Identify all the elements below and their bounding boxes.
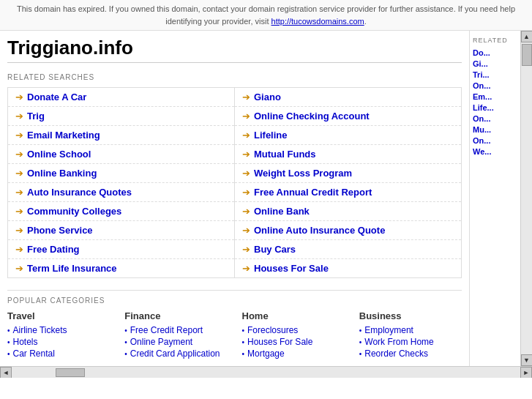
related-link[interactable]: Online Auto Insurance Quote bbox=[254, 225, 385, 236]
content-area: Triggiano.info RELATED SEARCHES ➔Donate … bbox=[0, 31, 469, 366]
tucows-link[interactable]: http://tucowsdomains.com bbox=[271, 17, 364, 26]
category-link-item: •Credit Card Application bbox=[124, 348, 227, 359]
category-link[interactable]: Reorder Checks bbox=[364, 348, 428, 359]
bullet-icon: • bbox=[359, 338, 362, 346]
related-link[interactable]: Online Bank bbox=[254, 206, 310, 217]
sidebar-link[interactable]: On... bbox=[473, 136, 517, 145]
category-link-item: •Car Rental bbox=[7, 348, 110, 359]
link-arrow-icon: ➔ bbox=[15, 244, 23, 255]
category-link[interactable]: Free Credit Report bbox=[130, 325, 203, 335]
related-link[interactable]: Online Banking bbox=[27, 168, 97, 179]
link-arrow-icon: ➔ bbox=[242, 206, 250, 217]
link-arrow-icon: ➔ bbox=[242, 244, 250, 255]
category-link[interactable]: Mortgage bbox=[247, 348, 285, 359]
left-link-item: ➔Community Colleges bbox=[8, 202, 234, 221]
scroll-down-button[interactable]: ▼ bbox=[521, 354, 533, 366]
bullet-icon: • bbox=[359, 327, 362, 335]
category-column: Business•Employment•Work From Home•Reord… bbox=[359, 310, 462, 360]
related-link[interactable]: Weight Loss Program bbox=[254, 168, 352, 179]
left-link-item: ➔Free Dating bbox=[8, 240, 234, 259]
left-link-item: ➔Phone Service bbox=[8, 221, 234, 240]
category-column: Home•Foreclosures•Houses For Sale•Mortga… bbox=[242, 310, 345, 360]
related-link[interactable]: Auto Insurance Quotes bbox=[27, 187, 132, 198]
related-link[interactable]: Giano bbox=[254, 92, 281, 102]
sidebar-link[interactable]: Tri... bbox=[473, 70, 517, 79]
sidebar-links: Do...Gi...Tri...On...Em...Life...On...Mu… bbox=[473, 48, 517, 156]
right-link-item: ➔Houses For Sale bbox=[235, 259, 461, 277]
category-link-item: •Free Credit Report bbox=[124, 325, 227, 335]
sidebar-link[interactable]: Gi... bbox=[473, 59, 517, 68]
related-link[interactable]: Houses For Sale bbox=[254, 263, 329, 274]
category-link[interactable]: Hotels bbox=[13, 337, 38, 347]
category-title: Business bbox=[359, 310, 462, 321]
category-link[interactable]: Foreclosures bbox=[247, 325, 298, 335]
right-link-item: ➔Weight Loss Program bbox=[235, 164, 461, 183]
scroll-thumb[interactable] bbox=[522, 44, 532, 66]
sidebar-link[interactable]: Em... bbox=[473, 92, 517, 101]
sidebar-link[interactable]: Life... bbox=[473, 103, 517, 112]
category-link[interactable]: Houses For Sale bbox=[247, 337, 312, 347]
category-link-item: •Airline Tickets bbox=[7, 325, 110, 335]
category-link[interactable]: Employment bbox=[364, 325, 413, 335]
related-link[interactable]: Trig bbox=[27, 111, 45, 122]
scroll-left-button[interactable]: ◄ bbox=[0, 367, 12, 379]
sidebar-link[interactable]: On... bbox=[473, 114, 517, 123]
right-link-item: ➔Online Auto Insurance Quote bbox=[235, 221, 461, 240]
bullet-icon: • bbox=[124, 338, 127, 346]
category-link[interactable]: Online Payment bbox=[130, 337, 192, 347]
top-bar-message: This domain has expired. If you owned th… bbox=[17, 4, 515, 26]
sidebar-link[interactable]: Do... bbox=[473, 48, 517, 57]
link-arrow-icon: ➔ bbox=[242, 111, 250, 122]
category-link[interactable]: Airline Tickets bbox=[13, 325, 67, 335]
bullet-icon: • bbox=[124, 350, 127, 358]
category-link[interactable]: Car Rental bbox=[13, 348, 55, 359]
related-link[interactable]: Free Annual Credit Report bbox=[254, 187, 372, 198]
related-searches-label: RELATED SEARCHES bbox=[7, 73, 462, 81]
category-link[interactable]: Credit Card Application bbox=[130, 348, 220, 359]
left-link-item: ➔Trig bbox=[8, 107, 234, 126]
link-arrow-icon: ➔ bbox=[15, 92, 23, 102]
category-title: Travel bbox=[7, 310, 110, 321]
category-link-item: •Foreclosures bbox=[242, 325, 345, 335]
category-link[interactable]: Work From Home bbox=[364, 337, 433, 347]
category-column: Finance•Free Credit Report•Online Paymen… bbox=[124, 310, 227, 360]
right-link-item: ➔Online Checking Account bbox=[235, 107, 461, 126]
left-link-item: ➔Online Banking bbox=[8, 164, 234, 183]
link-arrow-icon: ➔ bbox=[242, 149, 250, 160]
link-arrow-icon: ➔ bbox=[242, 187, 250, 198]
horizontal-scrollbar[interactable]: ◄ ► bbox=[0, 366, 532, 378]
related-link[interactable]: Mutual Funds bbox=[254, 149, 316, 160]
related-link[interactable]: Lifeline bbox=[254, 130, 288, 141]
bullet-icon: • bbox=[7, 327, 10, 335]
related-link[interactable]: Phone Service bbox=[27, 225, 93, 236]
bullet-icon: • bbox=[7, 350, 10, 358]
scroll-right-button[interactable]: ► bbox=[520, 367, 532, 379]
left-link-item: ➔Email Marketing bbox=[8, 126, 234, 145]
bullet-icon: • bbox=[359, 350, 362, 358]
sidebar-link[interactable]: Mu... bbox=[473, 125, 517, 134]
vertical-scrollbar[interactable]: ▲ ▼ bbox=[520, 31, 532, 366]
bullet-icon: • bbox=[124, 327, 127, 335]
related-link[interactable]: Free Dating bbox=[27, 244, 80, 255]
related-link[interactable]: Email Marketing bbox=[27, 130, 100, 141]
related-link[interactable]: Community Colleges bbox=[27, 206, 121, 217]
related-link[interactable]: Buy Cars bbox=[254, 244, 296, 255]
category-link-item: •Houses For Sale bbox=[242, 337, 345, 347]
link-arrow-icon: ➔ bbox=[15, 130, 23, 141]
sidebar-link[interactable]: We... bbox=[473, 147, 517, 156]
related-link[interactable]: Online School bbox=[27, 149, 91, 160]
left-links-column: ➔Donate A Car➔Trig➔Email Marketing➔Onlin… bbox=[8, 88, 235, 277]
link-arrow-icon: ➔ bbox=[242, 263, 250, 274]
hscroll-thumb[interactable] bbox=[56, 368, 85, 377]
right-links-column: ➔Giano➔Online Checking Account➔Lifeline➔… bbox=[235, 88, 461, 277]
link-arrow-icon: ➔ bbox=[242, 130, 250, 141]
related-link[interactable]: Donate A Car bbox=[27, 92, 86, 102]
hscroll-track[interactable] bbox=[12, 368, 520, 378]
scroll-track[interactable] bbox=[522, 42, 532, 354]
category-link-item: •Online Payment bbox=[124, 337, 227, 347]
right-link-item: ➔Lifeline bbox=[235, 126, 461, 145]
related-link[interactable]: Term Life Insurance bbox=[27, 263, 117, 274]
sidebar-link[interactable]: On... bbox=[473, 81, 517, 90]
related-link[interactable]: Online Checking Account bbox=[254, 111, 370, 122]
scroll-up-button[interactable]: ▲ bbox=[521, 31, 533, 42]
